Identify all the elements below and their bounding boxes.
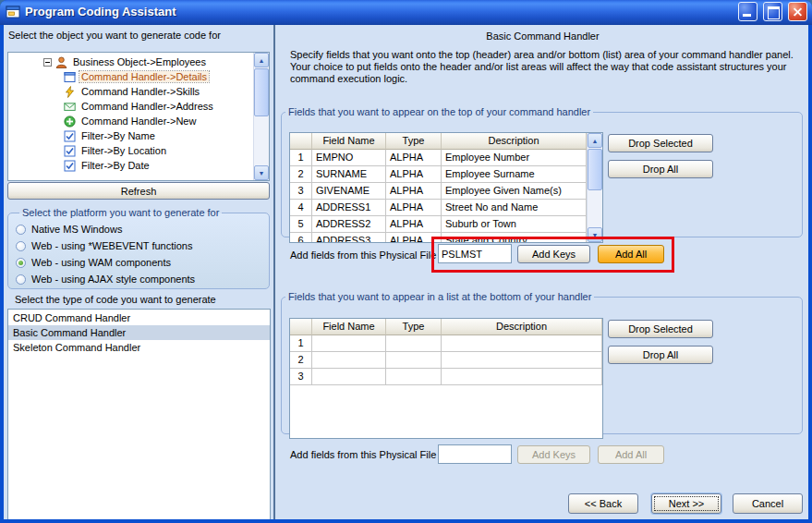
radio-checked-icon[interactable] <box>16 258 26 268</box>
radio-icon[interactable] <box>16 241 26 251</box>
titlebar[interactable]: Program Coding Assistant <box>0 0 812 25</box>
drop-all-button[interactable]: Drop All <box>608 160 713 178</box>
maximize-icon[interactable] <box>763 2 782 21</box>
scroll-down-icon[interactable]: ▼ <box>254 165 269 180</box>
column-header-field-name[interactable]: Field Name <box>312 319 386 335</box>
tree-item-filter-by-location[interactable]: Filter->By Location <box>8 143 253 158</box>
drop-all-button[interactable]: Drop All <box>608 346 713 364</box>
scrollbar-thumb[interactable] <box>254 68 269 116</box>
cell-num: 3 <box>290 369 312 385</box>
envelope-icon <box>64 101 76 113</box>
column-header-type[interactable]: Type <box>386 319 442 335</box>
person-icon <box>55 56 67 68</box>
scroll-down-icon[interactable]: ▼ <box>588 227 602 242</box>
table-row[interactable]: 3 GIVENAME ALPHA Employee Given Name(s) <box>290 183 587 200</box>
top-fields-table: Field Name Type Description 1 EMPNO ALPH… <box>289 132 603 243</box>
tree-item-label: Command Handler->Skills <box>79 86 201 97</box>
table-row[interactable]: 5 ADDRESS2 ALPHA Suburb or Town <box>290 216 587 233</box>
cell-description: Street No and Name <box>442 200 587 216</box>
radio-web-webevent[interactable]: Web - using *WEBEVENT functions <box>16 237 263 254</box>
cell-description <box>442 352 602 369</box>
collapse-icon[interactable] <box>43 58 52 67</box>
platform-group: Select the platform you want to generate… <box>7 207 270 289</box>
tree-item-command-handler-address[interactable]: Command Handler->Address <box>8 99 253 114</box>
tree-item-label: Command Handler->New <box>79 116 198 127</box>
physical-file-input[interactable] <box>438 244 512 263</box>
lightning-icon <box>64 86 76 98</box>
next-button[interactable]: Next >> <box>651 493 721 514</box>
cell-field-name: GIVENAME <box>312 183 386 200</box>
add-all-button[interactable]: Add All <box>598 245 664 263</box>
cell-field-name: ADDRESS2 <box>312 216 386 233</box>
drop-selected-button[interactable]: Drop Selected <box>608 134 713 152</box>
tree-item-label: Business Object->Employees <box>71 56 208 67</box>
tree-item-filter-by-name[interactable]: Filter->By Name <box>8 128 253 143</box>
radio-label: Web - using AJAX style components <box>31 274 195 285</box>
filter-icon <box>64 130 76 142</box>
list-item-basic-command-handler[interactable]: Basic Command Handler <box>8 325 270 340</box>
column-header-num[interactable] <box>290 319 312 335</box>
scrollbar-thumb[interactable] <box>588 149 602 190</box>
add-keys-button[interactable]: Add Keys <box>517 245 590 263</box>
panel-icon <box>64 71 76 83</box>
table-row[interactable]: 3 <box>290 369 602 385</box>
tree-item-command-handler-details[interactable]: Command Handler->Details <box>8 69 253 84</box>
scroll-up-icon[interactable]: ▲ <box>588 133 602 148</box>
bottom-fields-table: Field Name Type Description 1 2 <box>289 318 603 439</box>
table-row[interactable]: 1 <box>290 335 602 352</box>
radio-native-ms-windows[interactable]: Native MS Windows <box>16 221 263 237</box>
table-row[interactable]: 1 EMPNO ALPHA Employee Number <box>290 150 587 166</box>
drop-selected-button[interactable]: Drop Selected <box>608 320 713 338</box>
refresh-button[interactable]: Refresh <box>7 182 270 200</box>
cell-num: 2 <box>290 352 312 369</box>
cell-description <box>442 369 602 385</box>
platform-group-title: Select the platform you want to generate… <box>22 207 219 218</box>
radio-icon[interactable] <box>16 274 26 285</box>
column-header-description[interactable]: Description <box>442 319 602 335</box>
cell-num: 1 <box>290 150 312 166</box>
cell-description <box>442 335 602 352</box>
tree-item-filter-by-date[interactable]: Filter->By Date <box>8 158 253 173</box>
cell-type: ALPHA <box>386 216 442 233</box>
list-item-skeleton-command-handler[interactable]: Skeleton Command Handler <box>8 340 270 355</box>
list-item-crud-command-handler[interactable]: CRUD Command Handler <box>8 310 270 325</box>
tree-item-label: Filter->By Name <box>79 130 157 141</box>
tree-item-label: Command Handler->Address <box>79 101 215 112</box>
cell-type <box>386 352 442 369</box>
table-scrollbar[interactable]: ▲ ▼ <box>587 133 602 242</box>
tree-item-command-handler-skills[interactable]: Command Handler->Skills <box>8 84 253 99</box>
minimize-icon[interactable] <box>738 2 757 21</box>
table-row[interactable]: 4 ADDRESS1 ALPHA Street No and Name <box>290 200 587 216</box>
radio-web-wam[interactable]: Web - using WAM components <box>16 254 263 271</box>
left-panel: Select the object you want to generate c… <box>4 25 275 519</box>
radio-web-ajax[interactable]: Web - using AJAX style components <box>16 271 263 287</box>
cell-description: Employee Surname <box>442 166 587 183</box>
cell-type <box>386 369 442 385</box>
cell-num: 3 <box>290 183 312 200</box>
column-header-field-name[interactable]: Field Name <box>312 133 386 150</box>
bottom-fields-group: Fields that you want to appear in a list… <box>281 291 803 434</box>
column-header-num[interactable] <box>290 133 312 150</box>
physical-file-input[interactable] <box>438 444 512 464</box>
back-button[interactable]: << Back <box>568 493 638 514</box>
cell-field-name <box>312 352 386 369</box>
column-header-description[interactable]: Description <box>442 133 587 150</box>
filter-icon <box>64 160 76 172</box>
cancel-button[interactable]: Cancel <box>733 493 803 514</box>
close-icon[interactable] <box>788 2 807 21</box>
tree-scrollbar[interactable]: ▲ ▼ <box>253 53 269 180</box>
table-row[interactable]: 6 ADDRESS3 ALPHA State and Country <box>290 233 587 243</box>
scroll-up-icon[interactable]: ▲ <box>254 53 269 67</box>
page-description: Specify fields that you want onto the to… <box>290 49 800 85</box>
tree-item-business-object-employees[interactable]: Business Object->Employees <box>8 55 253 69</box>
tree-rows: Business Object->Employees Command Handl… <box>8 55 253 173</box>
cell-type <box>386 335 442 352</box>
tree-item-command-handler-new[interactable]: Command Handler->New <box>8 114 253 128</box>
table-row[interactable]: 2 SURNAME ALPHA Employee Surname <box>290 166 587 183</box>
column-header-type[interactable]: Type <box>386 133 442 150</box>
cell-field-name <box>312 335 386 352</box>
radio-icon[interactable] <box>16 225 26 235</box>
table-row[interactable]: 2 <box>290 352 602 369</box>
cell-num: 2 <box>290 166 312 183</box>
cell-type: ALPHA <box>386 200 442 216</box>
